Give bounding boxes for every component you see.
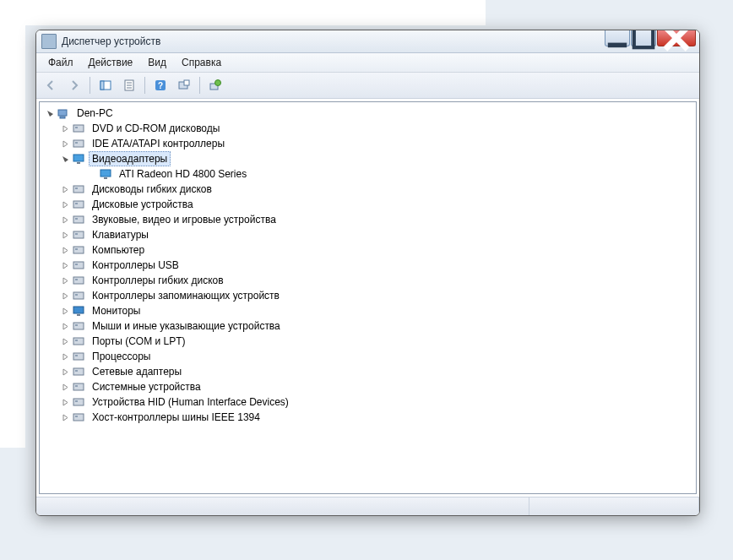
toolbar-properties-button[interactable] <box>118 74 140 96</box>
device-tree[interactable]: Den-PCDVD и CD-ROM дисководыIDE ATA/ATAP… <box>39 101 697 494</box>
tree-node[interactable]: Компьютер <box>41 242 694 258</box>
maximize-button[interactable] <box>631 30 656 46</box>
toolbar-scan-button[interactable] <box>173 74 195 96</box>
properties-icon <box>122 79 136 92</box>
tree-node[interactable]: Системные устройства <box>41 379 694 394</box>
scan-icon <box>177 79 191 92</box>
menubar: Файл Действие Вид Справка <box>36 53 699 73</box>
svg-rect-46 <box>73 353 84 360</box>
device-icon <box>72 365 85 378</box>
expand-arrow-icon[interactable] <box>60 139 70 149</box>
svg-rect-43 <box>75 324 78 326</box>
expand-arrow-icon[interactable] <box>60 275 70 285</box>
toolbar-update-driver-button[interactable] <box>204 74 226 96</box>
svg-rect-20 <box>73 155 84 161</box>
svg-rect-37 <box>75 279 78 280</box>
tree-node[interactable]: Видеоадаптеры <box>41 151 694 166</box>
svg-rect-54 <box>73 414 84 421</box>
status-cell <box>529 497 699 515</box>
tree-node[interactable]: Дисковые устройства <box>41 197 694 212</box>
svg-rect-38 <box>73 292 84 299</box>
expand-arrow-icon[interactable] <box>60 397 70 407</box>
tree-node[interactable]: Контроллеры гибких дисков <box>41 273 694 288</box>
expand-arrow-icon[interactable] <box>60 321 70 331</box>
toolbar-forward-button[interactable] <box>63 74 85 96</box>
background-stripe-left <box>0 0 25 448</box>
svg-rect-50 <box>73 383 84 390</box>
minimize-button[interactable] <box>605 30 630 46</box>
tree-node[interactable]: Контроллеры запоминающих устройств <box>41 288 694 303</box>
statusbar <box>36 497 699 515</box>
expand-arrow-icon[interactable] <box>60 154 70 164</box>
expand-arrow-icon[interactable] <box>60 230 70 240</box>
tree-node[interactable]: Хост-контроллеры шины IEEE 1394 <box>41 410 694 425</box>
svg-rect-53 <box>75 400 78 402</box>
tree-node[interactable]: DVD и CD-ROM дисководы <box>41 121 694 136</box>
device-manager-window: Диспетчер устройств Файл Действие Вид Сп… <box>35 30 700 516</box>
svg-rect-29 <box>75 218 78 220</box>
tree-node-label: Сетевые адаптеры <box>89 364 185 379</box>
expand-arrow-icon[interactable] <box>60 412 70 422</box>
expand-arrow-icon[interactable] <box>60 123 70 133</box>
expand-arrow-icon[interactable] <box>60 245 70 255</box>
expand-arrow-icon[interactable] <box>60 367 70 377</box>
toolbar-back-button[interactable] <box>40 74 62 96</box>
menu-action[interactable]: Действие <box>82 55 140 70</box>
svg-rect-52 <box>73 399 84 405</box>
device-icon <box>72 274 85 287</box>
titlebar[interactable]: Диспетчер устройств <box>36 30 699 53</box>
expand-arrow-icon[interactable] <box>60 199 70 209</box>
menu-file[interactable]: Файл <box>41 55 80 70</box>
expand-arrow-icon[interactable] <box>45 108 55 118</box>
svg-rect-48 <box>73 368 84 375</box>
tree-node[interactable]: Мониторы <box>41 303 694 318</box>
tree-child-node[interactable]: ATI Radeon HD 4800 Series <box>41 166 694 182</box>
svg-rect-36 <box>73 277 84 284</box>
svg-rect-22 <box>100 170 111 177</box>
svg-rect-24 <box>73 186 84 193</box>
expand-arrow-icon[interactable] <box>60 351 70 362</box>
tree-node[interactable]: Сетевые адаптеры <box>41 364 694 379</box>
tree-node[interactable]: IDE ATA/ATAPI контроллеры <box>41 136 694 151</box>
toolbar-help-button[interactable]: ? <box>149 74 171 96</box>
expand-arrow-icon[interactable] <box>60 306 70 316</box>
expand-arrow-icon[interactable] <box>60 382 70 392</box>
background-stripe-top <box>0 0 486 25</box>
toolbar-show-hide-button[interactable] <box>95 74 117 96</box>
expand-arrow-icon[interactable] <box>60 291 70 301</box>
status-cell <box>36 497 529 515</box>
tree-node[interactable]: Устройства HID (Human Interface Devices) <box>41 394 694 410</box>
tree-node[interactable]: Мыши и иные указывающие устройства <box>41 318 694 334</box>
svg-rect-30 <box>73 231 84 238</box>
tree-node[interactable]: Процессоры <box>41 349 694 364</box>
tree-node[interactable]: Порты (COM и LPT) <box>41 334 694 349</box>
arrow-left-icon <box>44 79 57 92</box>
tree-root-node[interactable]: Den-PC <box>41 106 694 121</box>
expand-arrow-icon[interactable] <box>60 336 70 346</box>
svg-rect-32 <box>73 247 84 253</box>
svg-rect-55 <box>75 416 78 417</box>
menu-help[interactable]: Справка <box>175 55 228 70</box>
tree-node[interactable]: Клавиатуры <box>41 227 694 242</box>
tree-node-label: Den-PC <box>73 106 117 121</box>
svg-rect-49 <box>75 370 78 372</box>
help-icon: ? <box>154 79 167 92</box>
svg-rect-3 <box>100 81 104 90</box>
tree-node[interactable]: Дисководы гибких дисков <box>41 182 694 197</box>
svg-rect-47 <box>75 355 78 356</box>
tree-node[interactable]: Контроллеры USB <box>41 258 694 273</box>
svg-rect-18 <box>73 140 84 147</box>
svg-rect-40 <box>73 307 84 313</box>
expand-arrow-icon[interactable] <box>60 215 70 225</box>
expand-arrow-icon[interactable] <box>60 184 70 194</box>
device-icon <box>72 213 85 226</box>
app-icon <box>41 34 57 49</box>
tree-node-label: Звуковые, видео и игровые устройства <box>89 212 280 227</box>
menu-view[interactable]: Вид <box>141 55 173 70</box>
tree-node-label: ATI Radeon HD 4800 Series <box>116 166 250 182</box>
close-button[interactable] <box>657 30 696 46</box>
svg-rect-31 <box>75 233 78 235</box>
toolbar-separator <box>90 77 90 94</box>
expand-arrow-icon[interactable] <box>60 260 70 270</box>
tree-node[interactable]: Звуковые, видео и игровые устройства <box>41 212 694 227</box>
